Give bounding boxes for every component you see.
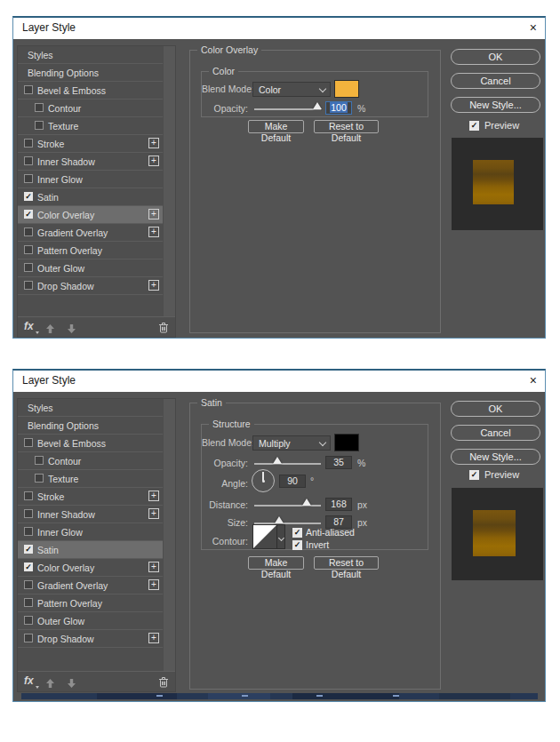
titlebar[interactable]: Layer Style × <box>13 371 545 392</box>
sidebar-scrollbar[interactable] <box>164 46 175 316</box>
sidebar-effect-row[interactable]: Satin <box>18 188 163 206</box>
move-up-icon[interactable] <box>45 676 55 692</box>
effect-checkbox[interactable] <box>24 438 33 447</box>
sidebar-effect-row[interactable]: Pattern Overlay <box>18 594 163 612</box>
titlebar[interactable]: Layer Style × <box>13 18 545 39</box>
make-default-button[interactable]: Make Default <box>248 120 304 133</box>
blend-mode-dropdown[interactable]: Color <box>252 82 331 97</box>
effect-checkbox[interactable] <box>24 210 33 219</box>
sidebar-effect-row[interactable]: Stroke <box>18 135 163 153</box>
sidebar-scrollbar[interactable] <box>164 399 175 671</box>
sidebar-effect-row[interactable]: Styles <box>18 399 163 417</box>
effect-checkbox[interactable] <box>24 598 33 607</box>
trash-icon[interactable] <box>158 675 169 691</box>
add-instance-icon[interactable] <box>148 633 159 643</box>
invert-checkbox[interactable] <box>292 540 302 550</box>
add-instance-icon[interactable] <box>148 508 159 519</box>
contour-picker[interactable] <box>252 524 277 549</box>
make-default-button[interactable]: Make Default <box>248 556 304 570</box>
effect-checkbox[interactable] <box>24 245 33 254</box>
add-instance-icon[interactable] <box>148 138 159 148</box>
effect-checkbox[interactable] <box>24 562 33 571</box>
move-up-icon[interactable] <box>45 322 55 338</box>
close-icon[interactable]: × <box>530 373 537 387</box>
opacity-slider[interactable] <box>254 463 321 465</box>
effect-checkbox[interactable] <box>24 545 33 554</box>
distance-input[interactable]: 168 <box>325 498 352 511</box>
effect-checkbox[interactable] <box>24 85 33 94</box>
sidebar-effect-row[interactable]: Gradient Overlay <box>18 224 163 242</box>
fx-icon[interactable]: fx <box>24 320 34 332</box>
effect-checkbox[interactable] <box>24 139 33 148</box>
add-instance-icon[interactable] <box>148 227 159 237</box>
effect-checkbox[interactable] <box>24 227 33 236</box>
effect-checkbox[interactable] <box>24 509 33 518</box>
sidebar-effect-row[interactable]: Contour <box>18 452 163 470</box>
effect-checkbox[interactable] <box>24 527 33 536</box>
add-instance-icon[interactable] <box>148 209 159 219</box>
angle-input[interactable]: 90 <box>279 475 306 488</box>
new-style-button[interactable]: New Style... <box>451 97 540 113</box>
sidebar-effect-row[interactable]: Inner Shadow <box>18 506 163 523</box>
sidebar-effect-row[interactable]: Inner Shadow <box>18 153 163 171</box>
distance-slider[interactable] <box>254 505 321 507</box>
ok-button[interactable]: OK <box>451 401 540 417</box>
add-instance-icon[interactable] <box>148 491 159 501</box>
effect-checkbox[interactable] <box>24 281 33 290</box>
effect-checkbox[interactable] <box>24 580 33 589</box>
effect-checkbox[interactable] <box>35 121 44 130</box>
add-instance-icon[interactable] <box>148 280 159 291</box>
ok-button[interactable]: OK <box>451 49 540 65</box>
reset-to-default-button[interactable]: Reset to Default <box>314 556 379 570</box>
preview-checkbox[interactable] <box>469 470 479 480</box>
sidebar-effect-row[interactable]: Outer Glow <box>18 259 163 277</box>
blend-mode-dropdown[interactable]: Multiply <box>252 435 331 451</box>
effect-checkbox[interactable] <box>24 491 33 500</box>
effect-checkbox[interactable] <box>24 156 33 165</box>
add-instance-icon[interactable] <box>148 562 159 572</box>
opacity-slider-thumb[interactable] <box>313 102 322 109</box>
sidebar-effect-row[interactable]: Bevel & Emboss <box>18 82 163 100</box>
sidebar-effect-row[interactable]: Texture <box>18 470 163 488</box>
size-slider-thumb[interactable] <box>275 516 284 523</box>
sidebar-effect-row[interactable]: Drop Shadow <box>18 630 163 648</box>
anti-aliased-checkbox[interactable] <box>292 528 302 538</box>
close-icon[interactable]: × <box>530 20 537 35</box>
sidebar-effect-row[interactable]: Inner Glow <box>18 523 163 541</box>
overlay-color-swatch[interactable] <box>334 80 359 98</box>
satin-color-swatch[interactable] <box>334 434 359 451</box>
sidebar-effect-row[interactable]: Drop Shadow <box>18 277 163 295</box>
effect-checkbox[interactable] <box>24 174 33 183</box>
fx-icon[interactable]: fx <box>24 674 34 687</box>
sidebar-effect-row[interactable]: Outer Glow <box>18 612 163 630</box>
sidebar-effect-row[interactable]: Blending Options <box>18 417 163 435</box>
sidebar-effect-row[interactable]: Satin <box>18 541 163 559</box>
cancel-button[interactable]: Cancel <box>451 73 540 89</box>
sidebar-effect-row[interactable]: Color Overlay <box>18 206 163 224</box>
angle-dial[interactable] <box>252 469 275 492</box>
opacity-slider[interactable] <box>254 108 321 110</box>
effect-checkbox[interactable] <box>24 634 33 642</box>
add-instance-icon[interactable] <box>148 156 159 166</box>
effect-checkbox[interactable] <box>35 474 44 483</box>
sidebar-effect-row[interactable]: Pattern Overlay <box>18 242 163 259</box>
add-instance-icon[interactable] <box>148 579 159 590</box>
effect-checkbox[interactable] <box>24 616 33 625</box>
sidebar-effect-row[interactable]: Contour <box>18 100 163 117</box>
move-down-icon[interactable] <box>67 322 76 338</box>
new-style-button[interactable]: New Style... <box>451 449 540 465</box>
sidebar-effect-row[interactable]: Inner Glow <box>18 171 163 188</box>
sidebar-effect-row[interactable]: Texture <box>18 117 163 135</box>
effect-checkbox[interactable] <box>24 263 33 272</box>
effect-checkbox[interactable] <box>35 456 44 465</box>
opacity-input[interactable]: 100 <box>325 101 352 115</box>
sidebar-effect-row[interactable]: Stroke <box>18 488 163 506</box>
move-down-icon[interactable] <box>67 676 76 692</box>
sidebar-effect-row[interactable]: Bevel & Emboss <box>18 435 163 452</box>
sidebar-effect-row[interactable]: Color Overlay <box>18 559 163 577</box>
trash-icon[interactable] <box>158 321 169 337</box>
effect-checkbox[interactable] <box>35 103 44 112</box>
opacity-input[interactable]: 35 <box>325 456 352 469</box>
sidebar-effect-row[interactable]: Gradient Overlay <box>18 577 163 594</box>
sidebar-effect-row[interactable]: Styles <box>18 46 163 64</box>
